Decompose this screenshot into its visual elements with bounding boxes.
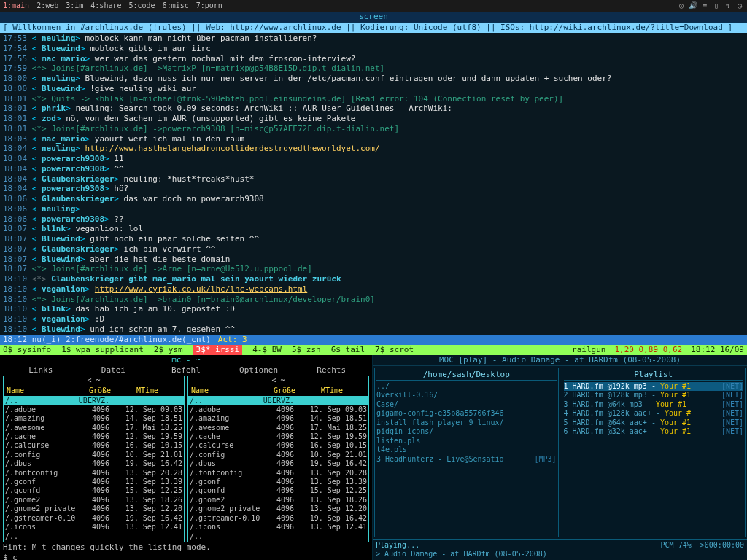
file-row[interactable]: /.dbus409619. Sep 16.42 [4,459,184,468]
irc-line: 18:07 <*> Joins[#archlinux.de] ->Arne [n… [3,264,744,274]
irc-line: 18:10 < bl1nk> das hab ich ja am 10. gep… [3,304,744,314]
mc-left-pane[interactable]: <-~ NameGrößeMTime /..ÜBERVZ. /.adobe409… [3,376,185,543]
file-row[interactable]: /.config409610. Sep 21.01 [188,451,368,459]
moc-playlist[interactable]: Playlist 1 HARD.fm @192k mp3 - Your #1[N… [562,368,746,537]
file-row[interactable]: /.gnome2409613. Sep 18.26 [188,496,368,505]
moc-title: MOC [play] - Audio Damage - at HARDfm (0… [373,355,747,366]
irc-line: 18:07 < Bluewind> aber die hat die beste… [3,254,744,265]
workspace-tab[interactable]: 4:share [90,1,121,11]
irc-line: 18:10 < Bluewind> und ich schon am 7. ge… [3,324,744,335]
file-row[interactable]: /.gstreamer-0.10409619. Sep 16.42 [188,514,368,523]
playlist-item[interactable]: 4 HARD.fm @128k aac+ - Your #[NET] [564,409,744,419]
irc-line: 18:10 <*> Glaubenskrieger gibt mac_mario… [3,274,744,284]
file-row[interactable]: /.amazing409614. Sep 18.51 [4,414,184,423]
file-row[interactable]: /.gconfd409615. Sep 12.25 [188,486,368,495]
file-row[interactable]: /.gconf409613. Sep 13.39 [4,478,184,486]
file-row[interactable]: /.awesome409617. Mai 18.25 [188,424,368,432]
irc-line: 18:04 < powerarch9308> ^^ [3,164,744,174]
workspace-tab[interactable]: 6:misc [163,1,189,11]
file-row[interactable]: /.gconfd409615. Sep 12.25 [4,486,184,495]
file-row[interactable]: /.icons409613. Sep 12.41 [188,523,368,532]
browser-item[interactable]: t4e.pls [376,446,557,455]
file-row[interactable]: /.gnome2409613. Sep 18.26 [4,496,184,505]
file-row[interactable]: /.cache409612. Sep 19.59 [4,432,184,441]
workspace-tab[interactable]: 2:web [36,1,58,11]
irc-line: 18:04 < Glaubenskrieger> neuling: *hust*… [3,174,744,184]
irssi-statusbar: 18:12 nu(_i) 2:freenode/#archlinux.de(_c… [0,335,747,345]
browser-item[interactable]: Case/ [376,400,557,410]
file-row[interactable]: /.icons409613. Sep 12.41 [4,523,184,532]
irc-line: 18:01 <*> Quits -> kbhlak [n=michael@frn… [3,94,744,104]
browser-item[interactable]: pidgin-icons/ [376,427,557,437]
irc-line: 17:59 <*> Joins[#archlinux.de] ->MatrixP… [3,63,744,74]
file-row[interactable]: /.cache409612. Sep 19.59 [188,432,368,441]
mc-menu-item[interactable]: Optionen [222,365,295,376]
irc-line: 18:01 <*> Joins[#archlinux.de] ->powerar… [3,124,744,134]
workspace-tab[interactable]: 3:im [66,1,83,11]
mc-menu[interactable]: LinksDateiBefehlOptionenRechts [0,365,372,376]
file-row[interactable]: /.config409610. Sep 21.01 [4,451,184,459]
browser-item[interactable]: 0verkill-0.16/ [376,391,557,400]
file-row[interactable]: /.amazing409614. Sep 18.51 [188,414,368,423]
mixer-icon: ≡ [700,1,709,11]
playlist-item[interactable]: 1 HARD.fm @192k mp3 - Your #1[NET] [564,382,744,392]
irc-line: 18:07 < Glaubenskrieger> ich bin verwirr… [3,244,744,254]
file-row[interactable]: /.adobe409612. Sep 09.03 [188,405,368,414]
mc-menu-item[interactable]: Rechts [295,365,368,376]
irc-line: 17:53 < neuling> moblock kann man nicht … [3,34,744,44]
irc-line: 18:04 < powerarch9308> hö? [3,184,744,194]
irc-line: 18:10 <*> Joins[#archlinux.de] ->brain0 … [3,295,744,305]
irc-line: 18:04 < neuling> http://www.hasthelargeh… [3,144,744,154]
irc-line: 18:07 < Bluewind> gibt noch ein paar sol… [3,234,744,244]
browser-item[interactable]: install_flash_player_9_linux/ [376,419,557,428]
file-row[interactable]: /.awesome409617. Mai 18.25 [4,424,184,432]
mc-hint: Hint: M-t changes quickly the listing mo… [0,542,372,553]
playlist-item[interactable]: 6 HARD.fm @32k aac+ - Your #1[NET] [564,427,744,437]
file-row[interactable]: /.fontconfig409613. Sep 20.28 [4,469,184,478]
workspace-tab[interactable]: 5:code [128,1,155,11]
top-taskbar[interactable]: 1:main2:web3:im4:share5:code6:misc7:porn… [0,0,747,12]
irc-line: 17:55 < mac_mario> wer war das gestern n… [3,54,744,64]
playlist-item[interactable]: 3 HARD.fm @64k mp3 - Your #1[NET] [564,400,744,410]
screen-statusbar: 0$ sysinfo1$ wpa_supplicant2$ ysm3$* irs… [0,345,747,355]
moc-panel[interactable]: MOC [play] - Audio Damage - at HARDfm (0… [372,355,747,560]
globe-icon: ◎ [677,1,686,11]
irc-line: 18:06 < Glaubenskrieger> das war doch an… [3,194,744,204]
tray-icons: ◎🔊 ≡▯ ⇅◷ [677,1,744,11]
file-row[interactable]: /.calcurse409616. Sep 10.15 [188,441,368,450]
irc-line: 18:00 < neuling> Bluewind, dazu muss ich… [3,74,744,84]
irc-line: 17:54 < Bluewind> moblock gibts im aur i… [3,44,744,54]
file-row[interactable]: /.gnome2_private409613. Sep 12.20 [188,505,368,513]
moc-browser[interactable]: /home/sash/Desktop ../0verkill-0.16/Case… [374,368,559,537]
file-row[interactable]: /.dbus409619. Sep 16.42 [188,459,368,468]
file-row[interactable]: /.fontconfig409613. Sep 20.28 [188,469,368,478]
mc-title: mc - ~ [0,355,372,365]
file-row[interactable]: /..ÜBERVZ. [4,397,184,405]
file-row[interactable]: /.gconf409613. Sep 13.39 [188,478,368,486]
mc-prompt[interactable]: $ c [0,553,372,560]
file-row[interactable]: /.gstreamer-0.10409619. Sep 16.42 [4,514,184,523]
mc-panel[interactable]: mc - ~ LinksDateiBefehlOptionenRechts <-… [0,355,372,560]
irc-log[interactable]: 17:53 < neuling> moblock kann man nicht … [0,33,747,335]
browser-item[interactable]: listen.pls [376,437,557,446]
playlist-item[interactable]: 2 HARD.fm @128k mp3 - Your #1[NET] [564,391,744,400]
irc-line: 18:00 < Bluewind> !give neuling wiki aur [3,84,744,94]
playlist-item[interactable]: 5 HARD.fm @64k aac+ - Your #1[NET] [564,419,744,428]
mc-menu-item[interactable]: Links [4,365,77,376]
file-row[interactable]: /.adobe409612. Sep 09.03 [4,405,184,414]
workspace-tab[interactable]: 1:main [3,1,29,11]
browser-item[interactable]: 3 Headhunterz - Live@Sensatio[MP3] [376,455,557,464]
irc-line: 18:06 < powerarch9308> ?? [3,214,744,225]
file-row[interactable]: /.calcurse409616. Sep 10.15 [4,441,184,450]
irc-line: 18:10 < veganlion> :D [3,314,744,324]
mc-menu-item[interactable]: Befehl [150,365,222,376]
workspace-tab[interactable]: 7:porn [196,1,222,11]
mc-right-pane[interactable]: <-~ NameGrößeMTime /..ÜBERVZ. /.adobe409… [187,376,369,543]
mc-menu-item[interactable]: Datei [77,365,150,376]
irc-line: 18:06 < neuling> [3,204,744,214]
browser-item[interactable]: gigamo-config-e35b8a55706f346 [376,409,557,419]
file-row[interactable]: /.gnome2_private409613. Sep 12.20 [4,505,184,513]
network-icon: ⇅ [724,1,732,11]
browser-item[interactable]: ../ [376,382,557,392]
file-row[interactable]: /..ÜBERVZ. [188,397,368,405]
